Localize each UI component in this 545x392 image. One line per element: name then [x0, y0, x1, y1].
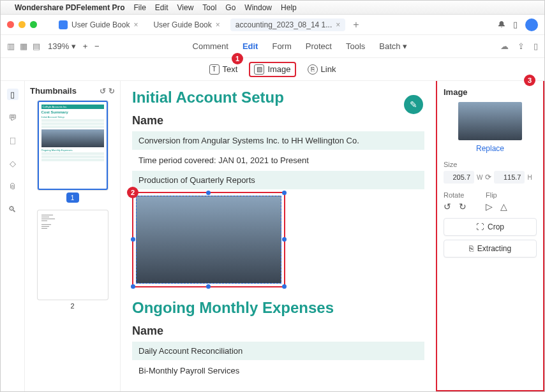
menu-file[interactable]: File: [134, 3, 146, 12]
flip-horizontal-icon[interactable]: ▷: [486, 201, 493, 212]
thumbnails-icon[interactable]: ▯: [7, 89, 19, 100]
tab-userguide-2[interactable]: User Guide Book ×: [148, 18, 225, 31]
tab-comment[interactable]: Comment: [193, 41, 228, 51]
panel-toggle-icon[interactable]: ▯: [534, 41, 538, 51]
menu-go[interactable]: Go: [225, 3, 235, 12]
rotate-ccw-icon[interactable]: ↺: [100, 87, 106, 96]
replace-link[interactable]: Replace: [444, 144, 537, 153]
left-rail: ▯ 💬︎ ⎕ ◇ 📎︎ 🔍︎: [1, 81, 25, 391]
table-row[interactable]: Bi-Monthly Payroll Services: [132, 361, 424, 380]
heading-initial-setup: Initial Account Setup: [132, 89, 424, 106]
tab-favicon-icon: [59, 20, 68, 29]
tab-protect[interactable]: Protect: [306, 41, 332, 51]
bookmarks-icon[interactable]: ⎕: [7, 134, 19, 146]
comments-icon[interactable]: 💬︎: [7, 112, 19, 123]
thumbnails-panel: Thumbnails ↺↻ CoStyle Accounts Inc. Cost…: [25, 81, 121, 391]
attachments-icon[interactable]: 📎︎: [7, 180, 19, 192]
flip-vertical-icon[interactable]: △: [500, 201, 507, 212]
subhead-name: Name: [132, 114, 424, 127]
mobile-icon[interactable]: ▯: [513, 20, 518, 29]
tab-edit[interactable]: Edit: [243, 41, 258, 51]
text-icon: T: [209, 64, 220, 75]
table-row[interactable]: Conversion from Angular Systems Inc. to …: [132, 131, 424, 150]
size-label: Size: [444, 161, 537, 168]
crop-icon: ⛶: [476, 222, 484, 231]
tool-link[interactable]: ⎘ Link: [308, 64, 336, 75]
tab-userguide-1[interactable]: User Guide Book ×: [54, 18, 143, 31]
menu-window[interactable]: Window: [244, 3, 272, 12]
page-badge: 1: [66, 192, 79, 203]
aspect-lock-icon[interactable]: ⟳: [485, 173, 491, 182]
table-row[interactable]: Time period covered: JAN 01, 2021 to Pre…: [132, 151, 424, 170]
image-properties-panel: 3 Image Replace Size 205.7 W ⟳ 115.7 H R…: [436, 81, 544, 391]
tab-accounting[interactable]: accounting_2023_08_14 1... ×: [230, 18, 345, 31]
thumbnail-page-2[interactable]: ━━━━━━━━━━━━━━━━━━━━━━━━━━━━━━━━: [38, 210, 108, 300]
image-preview: [458, 102, 522, 140]
extract-icon: ⎘: [469, 244, 474, 253]
main-area: ▯ 💬︎ ⎕ ◇ 📎︎ 🔍︎ Thumbnails ↺↻ CoStyle Acc…: [1, 81, 544, 391]
callout-3: 3: [524, 75, 535, 86]
toolbar: ▥ ▦ ▤ 139% ▾ + − Comment Edit Form Prote…: [1, 35, 544, 58]
app-name[interactable]: Wondershare PDFelement Pro: [15, 3, 125, 12]
tab-form[interactable]: Form: [272, 41, 291, 51]
width-input[interactable]: 205.7: [444, 171, 474, 184]
list-view-icon[interactable]: ▤: [33, 41, 40, 51]
tab-close-icon[interactable]: ×: [216, 20, 220, 29]
bell-icon[interactable]: 🔔︎: [497, 20, 505, 29]
mac-menubar: Wondershare PDFelement Pro File Edit Vie…: [1, 1, 544, 15]
menu-help[interactable]: Help: [281, 3, 297, 12]
thumbnail-page-1[interactable]: CoStyle Accounts Inc. Cost Summary Initi…: [38, 101, 108, 190]
embedded-image[interactable]: [136, 196, 281, 284]
menu-tool[interactable]: Tool: [202, 3, 216, 12]
tab-label: User Guide Book: [153, 20, 211, 29]
tool-text[interactable]: T Text: [209, 64, 238, 75]
extract-button[interactable]: ⎘ Extracting: [444, 240, 537, 258]
tab-close-icon[interactable]: ×: [336, 20, 340, 29]
document-view[interactable]: ✎ Initial Account Setup Name Conversion …: [121, 81, 436, 391]
minimize-window-icon[interactable]: [19, 21, 26, 28]
edit-subtoolbar: T Text 1 ▧ Image ⎘ Link: [1, 58, 544, 81]
tab-close-icon[interactable]: ×: [133, 20, 138, 29]
tab-batch[interactable]: Batch ▾: [379, 41, 407, 51]
thumbnails-title: Thumbnails: [30, 86, 77, 96]
tab-label: User Guide Book: [71, 20, 130, 29]
link-icon: ⎘: [308, 64, 318, 75]
crop-button[interactable]: ⛶ Crop: [444, 218, 537, 236]
grid-view-icon[interactable]: ▦: [20, 41, 27, 51]
maximize-window-icon[interactable]: [30, 21, 37, 28]
menu-edit[interactable]: Edit: [155, 3, 168, 12]
rotate-cw-icon[interactable]: ↻: [459, 201, 467, 212]
tab-label: accounting_2023_08_14 1...: [235, 20, 332, 29]
ai-fab-icon[interactable]: ✎: [404, 95, 423, 114]
sidebar-toggle-icon[interactable]: ▥: [7, 41, 15, 51]
table-row[interactable]: Production of Quarterly Reports: [132, 171, 424, 189]
cloud-icon[interactable]: ☁︎: [500, 41, 509, 51]
height-input[interactable]: 115.7: [494, 171, 525, 184]
callout-1: 1: [232, 53, 243, 64]
new-tab-button[interactable]: +: [353, 19, 359, 31]
image-icon: ▧: [254, 64, 264, 75]
subhead-name-2: Name: [132, 324, 424, 338]
layers-icon[interactable]: ◇: [7, 157, 19, 169]
avatar[interactable]: [525, 18, 538, 31]
table-row[interactable]: Daily Account Reconciliation: [132, 342, 424, 360]
menu-view[interactable]: View: [177, 3, 194, 12]
zoom-control[interactable]: 139% ▾ + −: [48, 41, 100, 51]
tool-image[interactable]: 1 ▧ Image: [249, 62, 295, 77]
panel-title: Image: [444, 87, 537, 97]
share-icon[interactable]: ⇪: [518, 41, 525, 51]
titlebar: User Guide Book × User Guide Book × acco…: [1, 15, 544, 35]
search-icon[interactable]: 🔍︎: [7, 203, 19, 215]
page-number: 2: [30, 302, 115, 310]
rotate-ccw-icon[interactable]: ↺: [444, 201, 451, 212]
tab-tools[interactable]: Tools: [346, 41, 365, 51]
close-window-icon[interactable]: [7, 21, 14, 28]
heading-ongoing: Ongoing Monthly Expenses: [132, 299, 424, 317]
rotate-cw-icon[interactable]: ↻: [108, 87, 115, 96]
traffic-lights[interactable]: [7, 21, 37, 28]
selected-image[interactable]: 2: [132, 192, 285, 287]
callout-2: 2: [127, 187, 138, 198]
